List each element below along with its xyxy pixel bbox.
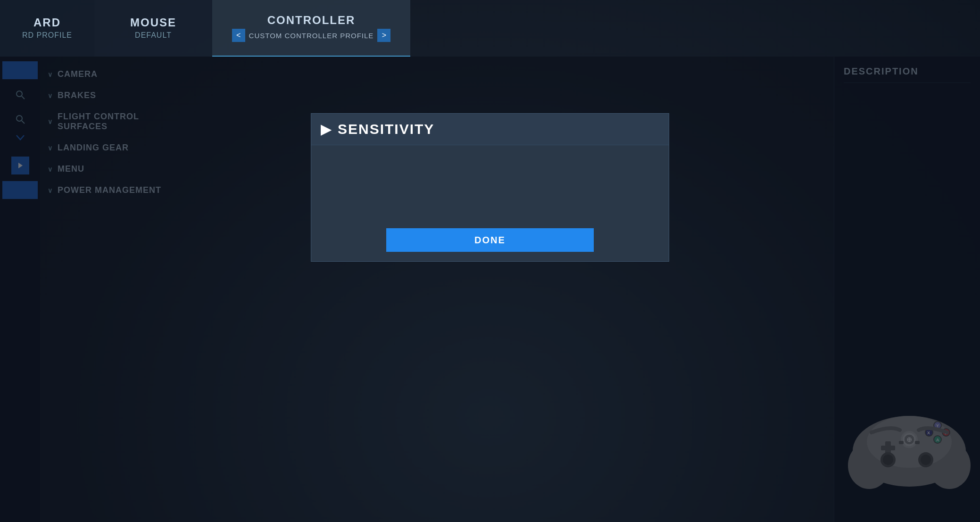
modal-overlay: ▶ SENSITIVITY DONE bbox=[0, 57, 980, 522]
profile-next-button[interactable]: > bbox=[377, 29, 390, 42]
done-button[interactable]: DONE bbox=[386, 228, 594, 252]
controller-profile-name: CUSTOM CONTROLLER PROFILE bbox=[249, 32, 374, 40]
modal-title: SENSITIVITY bbox=[338, 121, 434, 137]
keyboard-tab-subtitle: RD PROFILE bbox=[22, 31, 72, 40]
mouse-tab-subtitle: DEFAULT bbox=[135, 31, 172, 40]
keyboard-tab-label: ARD bbox=[33, 16, 61, 29]
modal-header: ▶ SENSITIVITY bbox=[311, 114, 669, 145]
mouse-tab-label: MOUSE bbox=[130, 16, 176, 29]
tab-controller[interactable]: CONTROLLER < CUSTOM CONTROLLER PROFILE > bbox=[212, 0, 410, 57]
sensitivity-modal: ▶ SENSITIVITY DONE bbox=[311, 113, 669, 262]
modal-header-arrow-icon: ▶ bbox=[321, 122, 331, 137]
tab-keyboard[interactable]: ARD RD PROFILE bbox=[0, 0, 94, 57]
controller-tab-label: CONTROLLER bbox=[267, 14, 356, 27]
tab-mouse[interactable]: MOUSE DEFAULT bbox=[94, 0, 212, 57]
controller-profile-row: < CUSTOM CONTROLLER PROFILE > bbox=[232, 29, 391, 42]
modal-body bbox=[311, 145, 669, 221]
top-navigation: ARD RD PROFILE MOUSE DEFAULT CONTROLLER … bbox=[0, 0, 980, 57]
modal-footer: DONE bbox=[311, 221, 669, 261]
profile-prev-button[interactable]: < bbox=[232, 29, 245, 42]
